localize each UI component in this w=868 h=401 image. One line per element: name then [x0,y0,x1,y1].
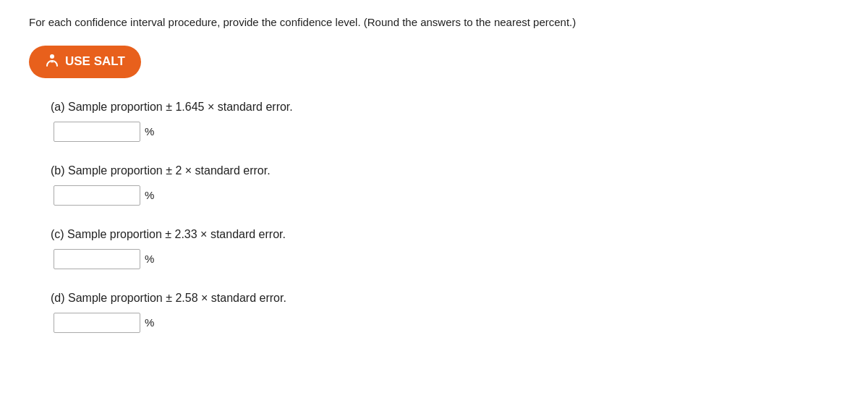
question-label-a: (a) Sample proportion ± 1.645 × standard… [51,98,839,116]
question-block-b: (b) Sample proportion ± 2 × standard err… [51,162,839,206]
answer-input-c[interactable] [54,249,140,269]
question-block-c: (c) Sample proportion ± 2.33 × standard … [51,226,839,269]
intro-text: For each confidence interval procedure, … [29,14,839,31]
question-label-b: (b) Sample proportion ± 2 × standard err… [51,162,839,180]
answer-row-b: % [54,185,839,206]
questions-container: (a) Sample proportion ± 1.645 × standard… [29,98,839,333]
salt-icon [45,53,59,71]
percent-label-c: % [145,253,154,265]
answer-row-a: % [54,122,839,142]
percent-label-a: % [145,125,154,138]
use-salt-label: USE SALT [65,54,125,69]
question-block-a: (a) Sample proportion ± 1.645 × standard… [51,98,839,142]
svg-point-0 [50,54,54,59]
percent-label-d: % [145,316,154,329]
use-salt-button[interactable]: USE SALT [29,46,141,78]
answer-input-b[interactable] [54,185,140,206]
answer-row-d: % [54,313,839,333]
answer-input-d[interactable] [54,313,140,333]
answer-row-c: % [54,249,839,269]
answer-input-a[interactable] [54,122,140,142]
percent-label-b: % [145,189,154,201]
question-label-c: (c) Sample proportion ± 2.33 × standard … [51,226,839,243]
question-label-d: (d) Sample proportion ± 2.58 × standard … [51,290,839,307]
question-block-d: (d) Sample proportion ± 2.58 × standard … [51,290,839,333]
